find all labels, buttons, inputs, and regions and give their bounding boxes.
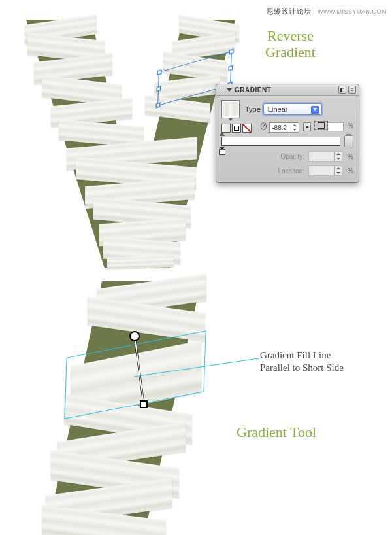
gradient-ramp[interactable] (221, 137, 340, 146)
percent-symbol: % (348, 167, 353, 175)
aspect-field[interactable] (327, 122, 344, 131)
panel-grip-icon[interactable] (219, 87, 224, 94)
opacity-field[interactable] (308, 151, 342, 162)
location-field[interactable] (308, 165, 342, 176)
angle-field[interactable]: -88.2 (269, 122, 299, 133)
reverse-gradient-line1: Reverse (265, 27, 316, 44)
panel-title-text: GRADIENT (235, 86, 271, 94)
stroke-swatch[interactable] (232, 124, 241, 133)
reverse-gradient-line2: Gradient (265, 44, 316, 60)
gradient-panel: GRADIENT ◧ ≡ Type Linear -88.2 (216, 84, 359, 183)
panel-titlebar[interactable]: GRADIENT ◧ ≡ (216, 84, 359, 96)
type-select-value: Linear (268, 105, 288, 113)
angle-icon (261, 122, 267, 130)
gradient-tool-label: Gradient Tool (237, 424, 316, 441)
collapse-icon[interactable] (227, 88, 232, 92)
location-step-down[interactable] (335, 171, 342, 175)
watermark-cn: 思缘设计论坛 (267, 7, 312, 15)
panel-menu-button[interactable]: ≡ (348, 86, 356, 94)
gradient-midpoint[interactable] (219, 133, 225, 138)
location-step-up[interactable] (335, 166, 342, 171)
panel-dock-button[interactable]: ◧ (338, 86, 346, 94)
watermark: 思缘设计论坛 WWW.MISSYUAN.COM (267, 7, 387, 16)
angle-step-up[interactable] (291, 123, 299, 128)
opacity-step-down[interactable] (335, 156, 342, 161)
v-letter-art (13, 13, 235, 275)
callout-text: Gradient Fill Line Parallel to Short Sid… (260, 349, 344, 374)
angle-step-down[interactable] (291, 128, 299, 132)
bottom-illustration (44, 281, 214, 530)
location-label: Location: (270, 167, 304, 175)
gradient-color-stop[interactable] (219, 147, 225, 152)
none-swatch[interactable] (242, 124, 252, 133)
aspect-ratio-icon (318, 122, 325, 129)
callout-line1: Gradient Fill Line (260, 349, 344, 362)
reverse-gradient-label: Reverse Gradient (265, 27, 316, 60)
reverse-gradient-button[interactable] (303, 122, 311, 131)
gradient-preview-swatch[interactable] (221, 100, 240, 118)
trash-icon[interactable] (344, 135, 353, 147)
type-label: Type (245, 105, 261, 113)
opacity-step-up[interactable] (335, 152, 342, 156)
fill-stroke-toggles (221, 124, 252, 133)
percent-symbol: % (348, 153, 353, 160)
opacity-label: Opacity: (270, 153, 304, 160)
callout-line2: Parallel to Short Side (260, 362, 344, 374)
watermark-url: WWW.MISSYUAN.COM (318, 9, 387, 15)
type-select[interactable]: Linear (263, 103, 322, 115)
percent-symbol: % (348, 122, 353, 129)
angle-value: -88.2 (272, 124, 287, 131)
dropdown-caret-icon (311, 106, 319, 114)
fill-swatch[interactable] (221, 124, 231, 133)
